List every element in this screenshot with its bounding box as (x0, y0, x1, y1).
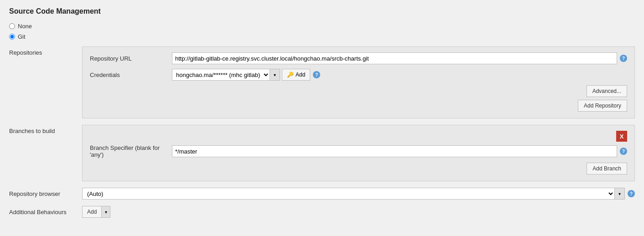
repositories-label: Repositories (9, 46, 82, 56)
branches-content: X Branch Specifier (blank for 'any') ? A… (82, 125, 635, 181)
branch-specifier-row: Branch Specifier (blank for 'any') ? (90, 144, 627, 158)
add-behaviour-chevron-icon: ▾ (105, 210, 107, 215)
repositories-panel: Repository URL ? Credentials hongchao.ma… (82, 46, 635, 118)
branches-header-row: X (90, 131, 627, 142)
repo-browser-help-icon[interactable]: ? (628, 190, 635, 197)
git-label: Git (18, 33, 26, 40)
credentials-controls: hongchao.ma/****** (mhc gitlab) ▾ 🔑 Add (172, 69, 310, 81)
repository-url-help-icon[interactable]: ? (620, 55, 627, 62)
branch-specifier-help-icon[interactable]: ? (620, 148, 627, 155)
key-icon: 🔑 (287, 72, 294, 78)
branch-specifier-label: Branch Specifier (blank for 'any') (90, 144, 172, 158)
scm-radio-group: None Git (9, 23, 635, 40)
repositories-section: Repositories Repository URL ? Credential… (9, 46, 635, 118)
additional-behaviours-section: Additional Behaviours Add ▾ (9, 206, 635, 218)
none-label: None (18, 23, 32, 30)
git-radio-label[interactable]: Git (9, 33, 635, 40)
credentials-select[interactable]: hongchao.ma/****** (mhc gitlab) (172, 69, 270, 80)
add-branch-btn-row: Add Branch (90, 163, 627, 174)
add-branch-button[interactable]: Add Branch (587, 163, 627, 174)
add-repository-btn-row: Add Repository (90, 100, 627, 112)
additional-behaviours-content: Add ▾ (82, 206, 635, 218)
branches-label: Branches to build (9, 125, 82, 134)
page-title: Source Code Management (9, 7, 635, 15)
repo-browser-content: (Auto)githubwebbitbucketwebcgitfisheyegi… (82, 188, 635, 200)
credentials-label: Credentials (90, 72, 172, 78)
branches-panel: X Branch Specifier (blank for 'any') ? A… (82, 125, 635, 181)
repo-browser-section: Repository browser (Auto)githubwebbitbuc… (9, 188, 635, 200)
add-behaviour-main-btn[interactable]: Add (82, 206, 101, 218)
chevron-down-icon: ▾ (274, 72, 276, 77)
advanced-button[interactable]: Advanced... (587, 85, 627, 97)
credentials-dropdown-btn[interactable]: ▾ (270, 69, 280, 80)
add-behaviour-dropdown-btn[interactable]: ▾ (101, 206, 110, 218)
credentials-row: Credentials hongchao.ma/****** (mhc gitl… (90, 69, 627, 81)
repo-browser-label: Repository browser (9, 188, 82, 197)
credentials-help-icon[interactable]: ? (313, 71, 320, 78)
branch-specifier-input[interactable] (172, 145, 617, 157)
add-repository-button[interactable]: Add Repository (578, 100, 627, 112)
repo-browser-dropdown-btn[interactable]: ▾ (614, 188, 624, 199)
additional-behaviours-label: Additional Behaviours (9, 206, 82, 215)
credentials-add-label: Add (296, 72, 305, 78)
none-radio[interactable] (9, 23, 15, 29)
repositories-content: Repository URL ? Credentials hongchao.ma… (82, 46, 635, 118)
repo-browser-chevron-icon: ▾ (618, 191, 621, 196)
repo-browser-select-wrapper: (Auto)githubwebbitbucketwebcgitfisheyegi… (82, 188, 625, 200)
credentials-add-btn[interactable]: 🔑 Add (282, 69, 310, 81)
none-radio-label[interactable]: None (9, 23, 635, 30)
branches-section: Branches to build X Branch Specifier (bl… (9, 125, 635, 181)
repository-url-row: Repository URL ? (90, 52, 627, 64)
git-radio[interactable] (9, 34, 15, 40)
delete-branch-button[interactable]: X (616, 131, 627, 142)
credentials-select-wrapper: hongchao.ma/****** (mhc gitlab) ▾ (172, 69, 280, 81)
repo-browser-select[interactable]: (Auto)githubwebbitbucketwebcgitfisheyegi… (83, 188, 614, 199)
advanced-btn-row: Advanced... (90, 85, 627, 97)
repository-url-input[interactable] (172, 52, 617, 64)
add-behaviour-btn-group: Add ▾ (82, 206, 635, 218)
repository-url-label: Repository URL (90, 55, 172, 62)
